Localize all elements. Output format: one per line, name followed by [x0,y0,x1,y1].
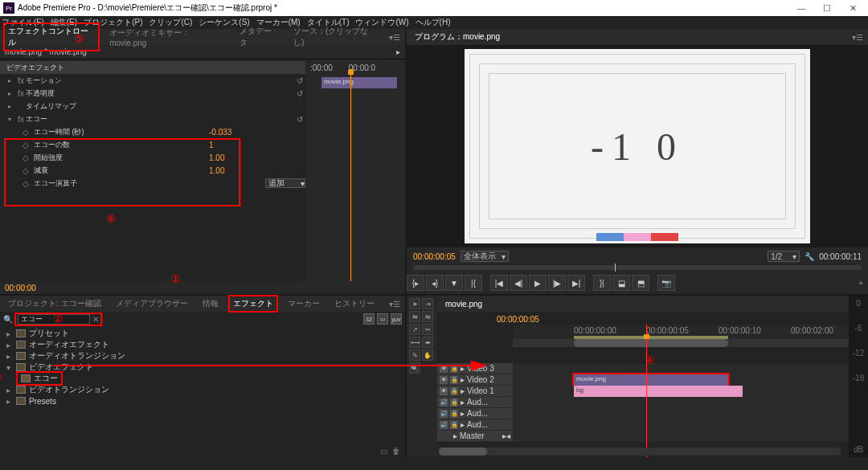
resolution-dropdown[interactable]: 1/2▾ [768,251,800,262]
selection-tool[interactable]: ➤ [409,298,420,309]
opacity-row[interactable]: 不透明度 [26,88,294,99]
new-bin-icon[interactable]: ▭ [380,447,387,456]
hand-tool[interactable]: ✋ [422,349,433,361]
clear-search-icon[interactable]: ✕ [92,315,99,324]
rate-tool[interactable]: ↗ [409,324,420,335]
menu-help[interactable]: ヘルプ(H) [416,17,451,28]
tab-media-browser[interactable]: メディアブラウザー [113,296,191,311]
track-lock-icon[interactable]: 🔒 [450,387,458,395]
preset-folder[interactable]: プリセット [29,328,69,339]
maximize-button[interactable]: ☐ [815,1,839,15]
echo-row[interactable]: エコー [26,114,294,125]
echo-operator-dropdown[interactable]: 追加▾ [265,178,305,188]
ec-timecode[interactable]: 00:00:00 [5,284,36,292]
reset-icon[interactable]: ↺ [294,76,305,85]
step-fwd-button[interactable]: ▶| [567,275,585,291]
program-tc-left[interactable]: 00:00:00:05 [413,252,456,261]
mark-in-button[interactable]: {▸ [407,275,424,291]
track-speaker-icon[interactable]: 🔊 [440,398,448,407]
wrench-icon[interactable]: 🔧 [805,252,814,261]
extract-button[interactable]: ⬒ [632,275,649,291]
timeremap-row[interactable]: タイムリマップ [26,101,305,112]
track-lock-icon[interactable]: 🔒 [450,421,458,429]
pen-tool[interactable]: ✎ [409,349,420,361]
export-frame-button[interactable]: 📷 [657,275,675,291]
audio-trans-folder[interactable]: オーディオトランジション [29,350,125,362]
goto-in-button[interactable]: |{ [465,275,482,291]
timeline-sequence-tab[interactable]: movie.png [442,298,485,310]
rolling-tool[interactable]: ⇋ [422,311,433,322]
track-eye-icon[interactable]: 👁 [440,387,448,395]
track-speaker-icon[interactable]: 🔊 [440,421,448,429]
audio-effects-folder[interactable]: オーディオエフェクト [29,339,109,350]
tab-project[interactable]: プロジェクト: エコー確認 [5,296,104,311]
panel-menu-icon[interactable]: ▾☰ [389,300,400,309]
frame-back-button[interactable]: ◀| [510,275,527,291]
lift-button[interactable]: ⬓ [612,275,630,291]
folder-icon [16,329,26,337]
echo-time-value[interactable]: -0.033 [209,128,305,137]
timeline-tracks-area[interactable]: 00:00:00:00 00:00:00:05 00:00:00:10 00:0… [513,325,868,457]
program-tc-right[interactable]: 00:00:00:11 [819,252,862,261]
tab-markers[interactable]: マーカー [285,296,323,311]
video-effects-folder[interactable]: ビデオエフェクト [29,362,93,373]
slip-tool[interactable]: ⟷ [409,337,420,348]
step-back-button[interactable]: |◀ [490,275,508,291]
tab-metadata[interactable]: メタデータ [236,24,282,50]
trash-icon[interactable]: 🗑 [392,447,400,456]
mark-out-button[interactable]: ◂} [426,275,444,291]
tab-audio-mixer[interactable]: オーディオミキサー：movie.png [106,26,228,49]
tab-info[interactable]: 情報 [199,296,222,311]
track-lock-icon[interactable]: 🔒 [450,398,458,407]
presets-folder[interactable]: Presets [29,397,56,406]
reset-icon[interactable]: ↺ [294,115,305,124]
add-transport-button[interactable]: + [858,279,868,288]
track-v1-label: Video 1 [467,386,494,395]
razor-tool[interactable]: ✂ [422,324,433,335]
track-lock-icon[interactable]: 🔒 [450,376,458,384]
tab-source[interactable]: ソース：(クリップなし) [290,24,381,50]
track-lock-icon[interactable]: 🔒 [450,365,458,373]
video-trans-folder[interactable]: ビデオトランジション [29,384,109,395]
panel-menu-icon[interactable]: ▾☰ [389,33,400,42]
close-button[interactable]: ✕ [841,1,865,15]
add-marker-button[interactable]: ▼ [445,275,463,291]
effect-controls-panel: エフェクトコントロール オーディオミキサー：movie.png メタデータ ソー… [0,29,405,294]
slide-tool[interactable]: ⬌ [422,337,433,348]
track-eye-icon[interactable]: 👁 [440,376,448,384]
goto-out-button[interactable]: }| [593,275,611,291]
fx-filter-hw-icon[interactable]: ▭ [377,313,388,325]
minimize-button[interactable]: ― [789,1,813,15]
fx-filter-yuv-icon[interactable]: yuv [391,313,402,325]
echo-effect-item[interactable]: エコー [34,373,58,384]
program-viewer[interactable]: -1 0 [407,45,868,247]
track-eye-icon[interactable]: 👁 [440,365,448,373]
timeline-timecode[interactable]: 00:00:00:05 [448,315,539,324]
track-select-tool[interactable]: ⇥ [422,298,433,309]
zoom-fit-dropdown[interactable]: 全体表示▾ [461,251,509,262]
timeline-zoom-scrollbar[interactable] [574,339,728,347]
reset-icon[interactable]: ↺ [294,89,305,98]
ec-mini-timeline[interactable]: :00:0000:00:0 movie.png [305,59,405,281]
track-speaker-icon[interactable]: 🔊 [440,410,448,418]
tab-program[interactable]: プログラム：movie.png [411,30,503,44]
play-button[interactable]: ▶ [529,275,547,291]
clip-movie-png[interactable]: movie.png [574,374,728,386]
motion-row[interactable]: モーション [26,76,294,86]
ec-playhead[interactable] [350,74,351,281]
panel-menu-icon[interactable]: ▾☰ [852,33,863,42]
annotation-4: ④ [645,354,655,367]
annotation-6: ⑥ [106,212,117,226]
program-scrubber[interactable] [413,265,862,270]
frame-fwd-button[interactable]: |▶ [548,275,566,291]
ripple-tool[interactable]: ⇆ [409,311,420,322]
fx-filter-32-icon[interactable]: 32 [363,313,375,325]
timeline-playhead[interactable] [646,325,647,457]
clip-bg[interactable]: bg [574,386,743,397]
timeline-h-scrollbar[interactable] [439,448,487,456]
zoom-tool[interactable]: 🔍 [409,362,420,374]
track-lock-icon[interactable]: 🔒 [450,410,458,418]
tab-effects[interactable]: エフェクト [230,296,276,311]
tab-history[interactable]: ヒストリー [331,296,378,311]
ec-toggle-icon[interactable]: ▸ [396,47,400,56]
